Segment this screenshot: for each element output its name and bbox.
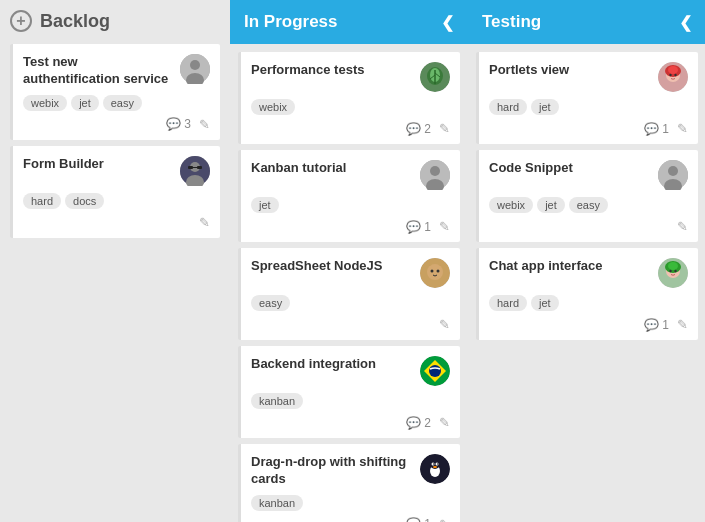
tag-webix[interactable]: webix xyxy=(489,197,533,213)
tag-jet[interactable]: jet xyxy=(251,197,279,213)
edit-button[interactable]: ✎ xyxy=(439,121,450,136)
card-top: Code Snippet xyxy=(489,160,688,190)
svg-point-49 xyxy=(669,270,671,272)
tag-hard[interactable]: hard xyxy=(23,193,61,209)
tag-jet[interactable]: jet xyxy=(531,99,559,115)
plus-icon: + xyxy=(16,13,25,29)
in-progress-body: Performance tests web xyxy=(230,44,468,522)
tag-kanban[interactable]: kanban xyxy=(251,393,303,409)
add-backlog-button[interactable]: + xyxy=(10,10,32,32)
tag-docs[interactable]: docs xyxy=(65,193,104,209)
svg-point-43 xyxy=(668,166,678,176)
card-title: Form Builder xyxy=(23,156,174,173)
edit-button[interactable]: ✎ xyxy=(439,517,450,522)
backlog-header: + Backlog xyxy=(10,10,220,32)
card-tags: easy xyxy=(251,295,450,311)
avatar xyxy=(420,62,450,92)
card-ip4: Backend integration kanban xyxy=(238,346,460,438)
avatar xyxy=(658,62,688,92)
svg-point-33 xyxy=(433,463,434,464)
card-title: Test new authentification service xyxy=(23,54,174,88)
card-title: Portlets view xyxy=(489,62,652,79)
edit-button[interactable]: ✎ xyxy=(199,117,210,132)
avatar xyxy=(420,356,450,386)
card-ip5: Drag-n-drop with shifting cards xyxy=(238,444,460,522)
comment-count: 💬 1 xyxy=(644,122,669,136)
comment-count: 💬 1 xyxy=(406,517,431,522)
card-title: Chat app interface xyxy=(489,258,652,275)
in-progress-header: In Progress ❮ xyxy=(230,0,468,44)
card-footer: 💬 1 ✎ xyxy=(489,121,688,136)
comment-icon: 💬 xyxy=(644,318,659,332)
card-tags: webix xyxy=(251,99,450,115)
in-progress-column: In Progress ❮ Performance tests xyxy=(230,0,468,522)
card-footer: 💬 3 ✎ xyxy=(23,117,210,132)
tag-easy[interactable]: easy xyxy=(251,295,290,311)
backlog-column: + Backlog Test new authentification serv… xyxy=(0,0,230,522)
card-tags: webix jet easy xyxy=(489,197,688,213)
in-progress-chevron[interactable]: ❮ xyxy=(441,13,454,32)
card-title: Code Snippet xyxy=(489,160,652,177)
card-tags: kanban xyxy=(251,495,450,511)
avatar xyxy=(420,454,450,484)
card-top: Portlets view xyxy=(489,62,688,92)
card-top: Performance tests xyxy=(251,62,450,92)
tag-hard[interactable]: hard xyxy=(489,99,527,115)
card-footer: 💬 2 ✎ xyxy=(251,415,450,430)
tag-jet[interactable]: jet xyxy=(531,295,559,311)
tag-webix[interactable]: webix xyxy=(251,99,295,115)
card-top: Drag-n-drop with shifting cards xyxy=(251,454,450,488)
comment-number: 1 xyxy=(424,220,431,234)
edit-button[interactable]: ✎ xyxy=(677,219,688,234)
in-progress-title: In Progress xyxy=(244,12,338,32)
tag-jet[interactable]: jet xyxy=(71,95,99,111)
card-tags: jet xyxy=(251,197,450,213)
svg-rect-7 xyxy=(197,166,202,169)
comment-count: 💬 1 xyxy=(406,220,431,234)
backlog-title: Backlog xyxy=(40,11,110,32)
comment-number: 2 xyxy=(424,122,431,136)
comment-number: 1 xyxy=(662,122,669,136)
tag-webix[interactable]: webix xyxy=(23,95,67,111)
testing-chevron[interactable]: ❮ xyxy=(679,13,692,32)
tag-easy[interactable]: easy xyxy=(103,95,142,111)
card-bl2: Form Builder hard docs xyxy=(10,146,220,238)
testing-title: Testing xyxy=(482,12,541,32)
svg-point-20 xyxy=(431,270,434,273)
edit-button[interactable]: ✎ xyxy=(439,415,450,430)
svg-point-50 xyxy=(674,270,676,272)
tag-jet[interactable]: jet xyxy=(537,197,565,213)
tag-hard[interactable]: hard xyxy=(489,295,527,311)
tag-easy[interactable]: easy xyxy=(569,197,608,213)
edit-button[interactable]: ✎ xyxy=(199,215,210,230)
svg-point-26 xyxy=(429,365,441,377)
card-t2: Code Snippet webix jet easy ✎ xyxy=(476,150,698,242)
comment-icon: 💬 xyxy=(406,416,421,430)
card-title: Kanban tutorial xyxy=(251,160,414,177)
comment-number: 2 xyxy=(424,416,431,430)
edit-button[interactable]: ✎ xyxy=(677,317,688,332)
edit-button[interactable]: ✎ xyxy=(677,121,688,136)
kanban-board: + Backlog Test new authentification serv… xyxy=(0,0,705,522)
card-title: Drag-n-drop with shifting cards xyxy=(251,454,414,488)
card-footer: 💬 1 ✎ xyxy=(251,517,450,522)
card-tags: hard docs xyxy=(23,193,210,209)
svg-point-41 xyxy=(674,74,676,76)
card-ip3: SpreadSheet NodeJS xyxy=(238,248,460,340)
edit-button[interactable]: ✎ xyxy=(439,317,450,332)
svg-point-39 xyxy=(668,66,678,74)
tag-kanban[interactable]: kanban xyxy=(251,495,303,511)
card-title: Backend integration xyxy=(251,356,414,373)
comment-number: 1 xyxy=(662,318,669,332)
svg-point-48 xyxy=(668,262,678,270)
comment-number: 3 xyxy=(184,117,191,131)
comment-icon: 💬 xyxy=(406,122,421,136)
edit-button[interactable]: ✎ xyxy=(439,219,450,234)
avatar xyxy=(180,156,210,186)
card-tags: hard jet xyxy=(489,99,688,115)
comment-icon: 💬 xyxy=(406,517,421,522)
card-tags: webix jet easy xyxy=(23,95,210,111)
card-t1: Portlets view xyxy=(476,52,698,144)
avatar xyxy=(658,160,688,190)
card-top: Form Builder xyxy=(23,156,210,186)
